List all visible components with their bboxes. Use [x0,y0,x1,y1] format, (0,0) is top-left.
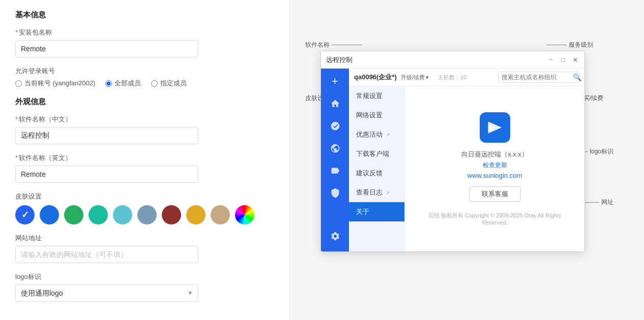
win-sidebar: + [321,69,349,251]
menu-item-logs[interactable]: 查看日志 ↗ [349,183,404,202]
org-switch[interactable]: 升级/续费 ▾ [401,74,429,81]
color-khaki[interactable] [211,205,230,225]
about-version-link[interactable]: 检查更新 [483,161,507,170]
sidebar-icon-gear[interactable] [325,226,345,246]
basic-section-title: 基本信息 [15,10,274,20]
website-field: 网站地址 [15,234,274,263]
annotation-website: 网址 [584,198,613,207]
search-icon: 🔍 [573,73,581,81]
annotation-line-6 [584,202,599,203]
about-logo [480,112,510,143]
win-subheader: qa0096(企业*) 升级/续费 ▾ 主机数：10 🔍 [349,69,584,86]
login-account-radio-group: 当前账号 (yangfan2002) 全部成员 指定成员 [15,79,274,88]
color-gray-blue[interactable] [137,205,157,225]
about-contact-button[interactable]: 联系客服 [469,186,521,202]
required-mark: * [15,28,18,36]
menu-item-about[interactable]: 关于 [349,202,404,221]
window-titlebar: 远程控制 － □ ✕ [321,51,584,69]
color-teal[interactable] [89,205,108,225]
software-name-en-label: *软件名称（英文） [15,153,274,163]
appearance-section-title: 外观信息 [15,97,274,107]
skin-color-group [15,205,274,225]
minimize-button[interactable]: － [547,56,555,64]
sidebar-icon-clock[interactable] [325,116,345,136]
package-name-label: *安装包名称 [15,28,274,37]
about-website[interactable]: www.sunlogin.com [467,172,522,179]
close-button[interactable]: ✕ [571,56,579,64]
color-blue-checked[interactable] [15,205,35,225]
left-panel: 基本信息 *安装包名称 允许登录账号 当前账号 (yangfan2002) 全部… [0,0,290,320]
radio-designated-members[interactable]: 指定成员 [151,79,187,88]
menu-item-general[interactable]: 常规设置 [349,86,404,106]
software-name-cn-input[interactable] [15,127,198,144]
website-label: 网站地址 [15,234,274,243]
color-blue[interactable] [40,205,59,225]
radio-all-members[interactable]: 全部成员 [105,79,141,88]
login-account-field: 允许登录账号 当前账号 (yangfan2002) 全部成员 指定成员 [15,67,274,88]
logo-select[interactable]: 使用通用logo [15,284,198,302]
window-controls: － □ ✕ [547,56,579,64]
annotation-line [332,45,362,45]
app-window: 远程控制 － □ ✕ + [320,51,585,252]
color-yellow[interactable] [186,205,206,225]
chevron-icon: ▾ [426,74,429,81]
search-input[interactable] [502,74,573,81]
menu-item-download[interactable]: 下载客户端 [349,144,404,164]
menu-item-feedback[interactable]: 建议反馈 [349,164,404,183]
sidebar-icon-globe[interactable] [325,138,345,158]
annotation-service-level: 服务级别 [546,41,593,49]
menu-item-network[interactable]: 网络设置 [349,106,404,125]
skin-label: 皮肤设置 [15,192,274,201]
radio-all-input[interactable] [105,80,112,87]
window-body: + [321,69,584,251]
about-copyright: 贝锐 版权所有 Copyright © 2009-2025 Oray.All R… [415,212,574,226]
logo-field: logo标识 使用通用logo ▼ [15,272,274,302]
radio-current-input[interactable] [15,80,22,87]
website-input[interactable] [15,246,198,263]
logo-label: logo标识 [15,272,274,281]
menu-item-discount[interactable]: 优惠活动 ↗ [349,125,404,144]
logo-select-wrapper: 使用通用logo ▼ [15,284,198,302]
package-name-input[interactable] [15,40,198,57]
sidebar-settings [325,226,345,251]
content-area: 常规设置 网络设置 优惠活动 ↗ 下载客户端 [349,86,584,251]
annotation-line-2 [546,45,567,45]
org-name: qa0096(企业*) [354,73,397,82]
annotation-software-name: 软件名称 [305,41,362,49]
sidebar-icon-home[interactable] [325,93,345,114]
about-app-name: 向日葵远控端（x.x.x） [461,150,528,159]
about-content: 向日葵远控端（x.x.x） 检查更新 www.sunlogin.com 联系客服… [405,86,584,251]
window-title: 远程控制 [326,55,353,65]
sidebar-add-button[interactable]: + [325,71,345,91]
color-rainbow[interactable] [235,205,254,225]
skin-field: 皮肤设置 [15,192,274,225]
win-main: qa0096(企业*) 升级/续费 ▾ 主机数：10 🔍 [349,69,584,251]
sidebar-icon-shield[interactable] [325,183,345,203]
machine-count: 主机数：10 [438,74,466,81]
external-link-icon: ↗ [386,132,390,138]
radio-current-account[interactable]: 当前账号 (yangfan2002) [15,79,95,88]
radio-designated-input[interactable] [151,80,158,87]
color-cyan[interactable] [113,205,132,225]
menu-panel: 常规设置 网络设置 优惠活动 ↗ 下载客户端 [349,86,405,251]
software-name-en-field: *软件名称（英文） [15,153,274,183]
color-green[interactable] [64,205,83,225]
software-name-cn-field: *软件名称（中文） [15,115,274,144]
sidebar-icon-tag[interactable] [325,161,345,181]
color-dark-red[interactable] [162,205,181,225]
software-name-en-input[interactable] [15,166,198,183]
right-panel: 软件名称 服务级别 皮肤设置 服务购买/续费 logo标识 网址 [290,0,644,320]
external-link-icon-2: ↗ [386,190,390,196]
package-name-field: *安装包名称 [15,28,274,57]
software-name-cn-label: *软件名称（中文） [15,115,274,124]
maximize-button[interactable]: □ [559,56,567,64]
search-bar: 🔍 [498,72,579,83]
login-account-label: 允许登录账号 [15,67,274,76]
